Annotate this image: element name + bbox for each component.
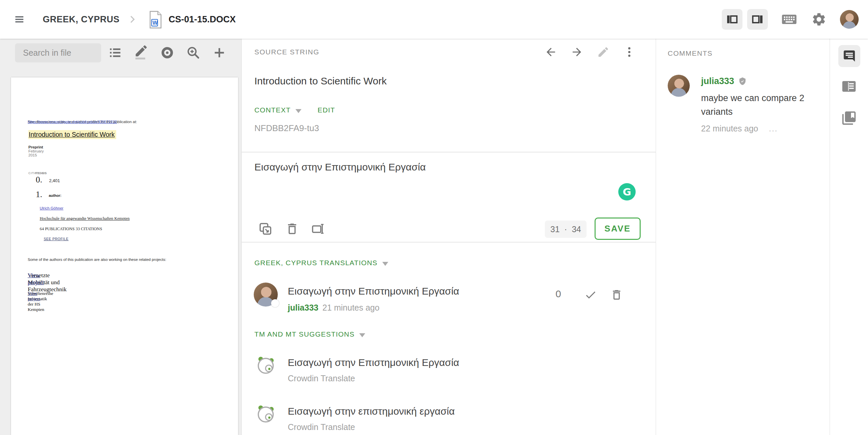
context-toggle[interactable]: CONTEXT (254, 106, 291, 114)
doc-affiliation-link[interactable]: Hochschule für angewandte Wissenschaften… (40, 216, 129, 221)
divider (242, 152, 656, 153)
doc-title-highlighted[interactable]: Introduction to Scientific Work (28, 130, 116, 139)
comments-title: COMMENTS (668, 49, 713, 57)
translator-avatar (254, 282, 278, 307)
suggestion-source: Crowdin Translate (288, 374, 355, 383)
previous-string-icon[interactable] (545, 46, 557, 58)
suggestion-text[interactable]: Εισαγωγή στην επιστημονική εργασία (288, 406, 455, 417)
search-input[interactable] (15, 43, 101, 62)
translation-item-text[interactable]: Εισαγωγή στην Επιστημονική Εργασία (288, 286, 459, 297)
translations-section-header[interactable]: GREEK, CYPRUS TRANSLATIONS (254, 259, 388, 267)
svg-text:W: W (153, 20, 158, 26)
string-identifier: NFDBB2FA9-tu3 (254, 123, 319, 133)
doc-author-number: 1. (36, 190, 42, 199)
highlight-mode-icon[interactable] (134, 45, 149, 60)
zoom-in-icon[interactable] (186, 45, 200, 60)
translation-input-text[interactable]: Εισαγωγή στην Επιστημονική Εργασία (254, 162, 426, 173)
doc-reads-value: 2,401 (49, 178, 60, 183)
add-string-icon[interactable] (212, 45, 227, 60)
divider (242, 242, 656, 242)
context-row: CONTEXT EDIT (254, 106, 335, 114)
translation-editor-panel: SOURCE STRING Introduction to Scientific… (242, 39, 656, 435)
comment-more-menu[interactable]: ... (769, 124, 778, 133)
document-preview-page[interactable]: See discussions, stats, and author profi… (11, 77, 238, 435)
doc-author-stats: 64 PUBLICATIONS 33 CITATIONS (40, 227, 102, 232)
comment-text: maybe we can compare 2 variants (701, 91, 813, 119)
save-button[interactable]: SAVE (595, 218, 641, 240)
chevron-right-icon (127, 14, 137, 25)
grammarly-icon[interactable]: G (618, 183, 636, 200)
layout-right-panel-button[interactable] (747, 9, 768, 30)
doc-author-name-link[interactable]: Ulrich Göhner (40, 206, 63, 210)
glossary-books-tab-icon[interactable] (841, 110, 857, 126)
translator-username[interactable]: julia333 (288, 303, 318, 312)
doc-author-label: author: (49, 194, 61, 198)
keyboard-shortcuts-icon[interactable] (780, 11, 798, 28)
top-bar: GREEK, CYPRUS W CS-01-15.DOCX (0, 0, 868, 39)
doc-see-profile-link[interactable]: SEE PROFILE (44, 237, 68, 241)
source-string-label: SOURCE STRING (254, 48, 319, 56)
translation-time: 21 minutes ago (322, 303, 380, 312)
source-string-text: Introduction to Scientific Work (254, 75, 386, 87)
commenter-name[interactable]: julia333 (701, 76, 747, 87)
copy-source-icon[interactable] (258, 222, 272, 236)
approve-check-icon[interactable] (584, 289, 597, 301)
section-caret-icon (382, 262, 388, 266)
character-counter: 31·34 (545, 221, 587, 238)
context-caret-icon (296, 109, 302, 113)
right-sidebar (830, 39, 868, 435)
file-preview-panel: See discussions, stats, and author profi… (0, 39, 242, 435)
user-avatar[interactable] (840, 10, 859, 29)
crowdin-editor: GREEK, CYPRUS W CS-01-15.DOCX (0, 0, 868, 435)
preview-eye-icon[interactable] (160, 45, 175, 60)
doc-related-note: Some of the authors of this publication … (28, 258, 166, 262)
suggestion-text[interactable]: Εισαγωγή στην Επιστημονική Εργασία (288, 357, 459, 368)
file-name: CS-01-15.DOCX (168, 0, 236, 39)
translator-badge (271, 299, 279, 307)
comments-tab-active[interactable] (838, 45, 860, 67)
comment-time: 22 minutes ago... (701, 124, 778, 133)
word-file-icon: W (148, 11, 163, 29)
clear-translation-icon[interactable] (285, 222, 299, 236)
edit-source-icon[interactable] (597, 46, 610, 58)
doc-citations-value: 0. (36, 175, 42, 185)
doc-top-link[interactable]: https://www.researchgate.net/publication… (28, 120, 117, 124)
select-text-icon[interactable] (311, 222, 325, 236)
suggestion-source: Crowdin Translate (288, 422, 355, 432)
doc-project-2-link[interactable]: View project (28, 291, 40, 302)
delete-translation-icon[interactable] (610, 289, 623, 301)
more-options-icon[interactable] (623, 46, 636, 58)
suggestions-section-header[interactable]: TM AND MT SUGGESTIONS (254, 330, 365, 338)
crowdin-translate-icon (256, 355, 276, 375)
layout-left-panel-button[interactable] (722, 9, 742, 30)
doc-project-1-link[interactable]: View project (28, 272, 44, 286)
vote-count: 0 (556, 288, 561, 300)
breadcrumb-project[interactable]: GREEK, CYPRUS (43, 0, 120, 39)
strings-list-icon[interactable] (108, 45, 123, 60)
comments-panel: COMMENTS julia333 maybe we can compare 2… (656, 39, 830, 435)
settings-gear-icon[interactable] (811, 12, 827, 27)
context-edit-button[interactable]: EDIT (317, 106, 335, 114)
section-caret-icon (359, 333, 365, 337)
terms-reader-tab-icon[interactable] (841, 78, 857, 94)
verified-shield-icon (738, 77, 747, 86)
next-string-icon[interactable] (570, 46, 583, 58)
translation-item-meta: julia33321 minutes ago (288, 303, 380, 312)
commenter-avatar (668, 75, 690, 97)
topbar-actions (722, 0, 859, 39)
menu-icon[interactable] (13, 14, 26, 25)
crowdin-translate-icon (256, 403, 276, 424)
